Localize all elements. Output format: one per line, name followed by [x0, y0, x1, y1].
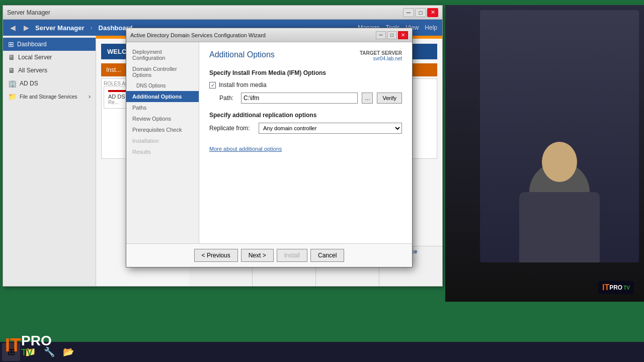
wizard-body: Deployment Configuration Domain Controll…: [126, 42, 412, 243]
taskbar: ⊞ 📁 🔧 📂: [0, 342, 443, 362]
wizard-controls: ─ □ ✕: [376, 31, 408, 39]
video-logo-pro: PRO: [609, 284, 622, 291]
wizard-replicate-label: Replicate from:: [209, 125, 255, 132]
wizard-close-button[interactable]: ✕: [398, 31, 408, 39]
sidebar-item-dashboard[interactable]: ⊞ Dashboard: [3, 38, 96, 51]
corner-tv-text: TV: [21, 348, 52, 357]
sidebar-dashboard-label: Dashboard: [17, 41, 47, 48]
video-logo-it: IT: [602, 283, 609, 292]
person-video: [480, 10, 639, 262]
sm-window-title: Server Manager: [7, 9, 403, 16]
sidebar-item-ad-ds[interactable]: 🏢 AD DS: [3, 77, 96, 90]
wizard-content: Additional Options TARGET SERVER svr04.l…: [199, 42, 412, 243]
person-head: [542, 142, 577, 182]
wizard-nav-dc-options[interactable]: Domain Controller Options: [126, 63, 199, 80]
sm-titlebar: Server Manager ─ □ ✕: [3, 6, 442, 20]
sm-forward-button[interactable]: ▶: [22, 23, 31, 33]
sm-maximize-button[interactable]: □: [415, 8, 426, 17]
sm-minimize-button[interactable]: ─: [403, 8, 414, 17]
sidebar-item-file-storage[interactable]: 📁 File and Storage Services ›: [3, 90, 96, 103]
video-placeholder: IT PRO TV: [445, 5, 644, 302]
wizard-maximize-button[interactable]: □: [387, 31, 397, 39]
wizard-install-media-label: Install from media: [219, 81, 267, 88]
wizard-cancel-button[interactable]: Cancel: [310, 249, 344, 262]
sm-install-title: Inst...: [106, 66, 121, 73]
wizard-nav-additional[interactable]: Additional Options: [126, 91, 199, 102]
wizard-path-label: Path:: [219, 95, 237, 102]
sm-toolbar-title: Server Manager: [35, 24, 85, 32]
wizard-footer: < Previous Next > Install Cancel: [126, 243, 412, 267]
wizard-prev-button[interactable]: < Previous: [194, 249, 238, 262]
wizard-path-browse-button[interactable]: …: [362, 93, 373, 104]
wizard-install-media-row: Install from media: [209, 81, 402, 88]
wizard-nav-dns-options[interactable]: DNS Options: [126, 80, 199, 91]
dashboard-icon: ⊞: [8, 40, 14, 48]
sm-back-button[interactable]: ◀: [8, 23, 18, 33]
wizard-header: Additional Options TARGET SERVER svr04.l…: [209, 50, 402, 61]
corner-pro-text: PRO: [21, 334, 52, 348]
local-server-icon: 🖥: [8, 53, 15, 61]
wizard-path-input[interactable]: [241, 93, 358, 104]
taskbar-folder[interactable]: 📂: [59, 343, 77, 361]
wizard-page-title: Additional Options: [209, 50, 275, 59]
sm-help-link[interactable]: Help: [425, 24, 437, 31]
sm-toolbar-sep: ›: [91, 24, 93, 31]
corner-logo: IT PRO TV: [5, 334, 52, 357]
video-area: IT PRO TV: [445, 5, 644, 302]
sidebar-local-server-label: Local Server: [18, 54, 52, 61]
wizard-title: Active Directory Domain Services Configu…: [130, 32, 376, 38]
bottom-right-bar: [443, 342, 644, 362]
wizard-nav: Deployment Configuration Domain Controll…: [126, 42, 199, 243]
wizard-minimize-button[interactable]: ─: [376, 31, 386, 39]
wizard-install-button[interactable]: Install: [277, 249, 307, 262]
sm-sidebar: ⊞ Dashboard 🖥 Local Server 🖥 All Servers…: [3, 36, 96, 286]
sm-close-button[interactable]: ✕: [427, 8, 438, 17]
corner-pro-section: PRO TV: [21, 334, 52, 357]
ad-wizard-dialog: Active Directory Domain Services Configu…: [126, 28, 413, 267]
sm-window-controls: ─ □ ✕: [403, 8, 438, 17]
sidebar-item-local-server[interactable]: 🖥 Local Server: [3, 51, 96, 64]
wizard-more-link[interactable]: More about additional options: [209, 146, 282, 152]
video-logo-tv: TV: [623, 285, 630, 291]
file-storage-icon: 📁: [8, 93, 17, 101]
wizard-next-button[interactable]: Next >: [241, 249, 274, 262]
wizard-replicate-row: Replicate from: Any domain controller Sp…: [209, 123, 402, 134]
wizard-nav-install: Installation: [126, 135, 199, 146]
wizard-nav-prereq[interactable]: Prerequisites Check: [126, 124, 199, 135]
sidebar-item-all-servers[interactable]: 🖥 All Servers: [3, 64, 96, 77]
wizard-nav-results: Results: [126, 146, 199, 157]
wizard-nav-paths[interactable]: Paths: [126, 102, 199, 113]
person-shirt: [519, 192, 600, 262]
sidebar-all-servers-label: All Servers: [18, 67, 47, 74]
folder-icon: 📂: [63, 346, 74, 357]
wizard-nav-deployment[interactable]: Deployment Configuration: [126, 46, 199, 63]
corner-it-text: IT: [5, 336, 21, 354]
wizard-install-media-checkbox[interactable]: [209, 82, 216, 88]
sidebar-file-storage-label: File and Storage Services: [20, 94, 77, 100]
wizard-target: TARGET SERVER svr04.lab.net: [360, 50, 402, 61]
wizard-ifm-section-title: Specify Install From Media (IFM) Options: [209, 69, 402, 76]
sidebar-ad-ds-label: AD DS: [20, 80, 38, 87]
wizard-path-row: Path: … Verify: [219, 93, 402, 104]
wizard-target-label: TARGET SERVER: [360, 50, 402, 56]
video-itpro-logo: IT PRO TV: [598, 281, 634, 294]
file-storage-expand-icon: ›: [89, 93, 91, 100]
wizard-replicate-select[interactable]: Any domain controller Specific domain co…: [259, 123, 402, 134]
wizard-titlebar: Active Directory Domain Services Configu…: [126, 28, 412, 42]
all-servers-icon: 🖥: [8, 66, 15, 74]
wizard-nav-review[interactable]: Review Options: [126, 113, 199, 124]
wizard-replicate-section-title: Specify additional replication options: [209, 112, 402, 119]
wizard-verify-button[interactable]: Verify: [377, 93, 402, 104]
ad-ds-icon: 🏢: [8, 79, 17, 87]
wizard-target-value: svr04.lab.net: [360, 56, 402, 61]
